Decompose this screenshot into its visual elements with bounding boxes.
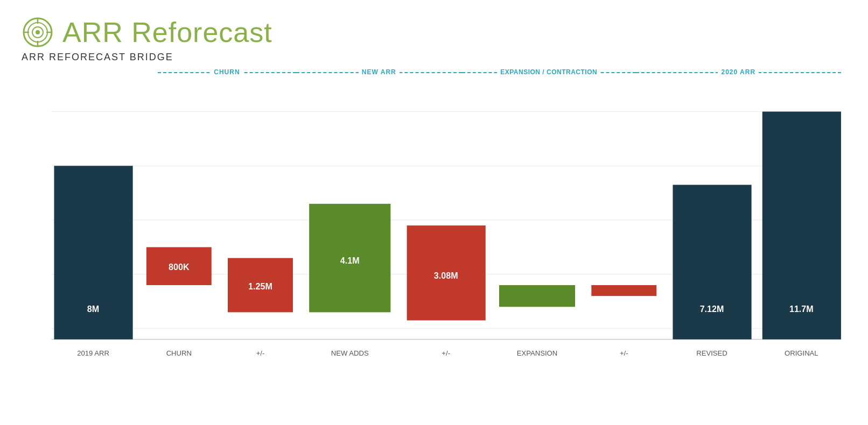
page-title: ARR Reforecast [62,16,272,48]
new-arr-category-label: NEW ARR [296,68,462,76]
label-new-arr-adj: 3.08M [434,271,458,280]
label-new-adds: 4.1M [340,256,360,265]
bar-expansion [499,285,575,307]
xaxis-revised: REVISED [696,349,727,357]
expansion-category-label: EXPANSION / CONTRACTION [462,68,636,76]
xaxis-expansion-adj: +/- [620,349,628,357]
label-original: 11.7M [789,304,814,314]
xaxis-original: ORIGINAL [785,349,818,357]
page-subtitle: ARR REFORECAST BRIDGE [22,52,846,63]
xaxis-new-adds: NEW ADDS [331,349,369,357]
header: ARR Reforecast [22,16,846,48]
target-icon [22,16,54,48]
page-container: ARR Reforecast ARR REFORECAST BRIDGE CHU… [0,0,868,425]
arr2020-category-label: 2020 ARR [636,68,841,76]
chart-svg: 8M 2019 ARR 800K CHURN 1.25M +/- 4.1M NE… [22,78,846,406]
xaxis-expansion: EXPANSION [517,349,557,357]
label-churn: 800K [169,262,190,272]
svg-point-3 [36,30,40,34]
label-revised: 7.12M [700,304,724,314]
category-headers: CHURN NEW ARR EXPANSION / CONTRACTION 20… [51,68,841,76]
churn-category-label: CHURN [158,68,296,76]
label-2019arr: 8M [87,304,99,314]
xaxis-new-arr-adj: +/- [442,349,450,357]
chart-area: 8M 2019 ARR 800K CHURN 1.25M +/- 4.1M NE… [22,78,846,425]
xaxis-churn: CHURN [166,349,192,357]
label-churn-adj: 1.25M [248,281,272,291]
bar-expansion-adj [591,285,656,296]
bar-revised [673,185,751,339]
xaxis-2019arr: 2019 ARR [77,349,109,357]
xaxis-churn-adj: +/- [256,349,265,357]
